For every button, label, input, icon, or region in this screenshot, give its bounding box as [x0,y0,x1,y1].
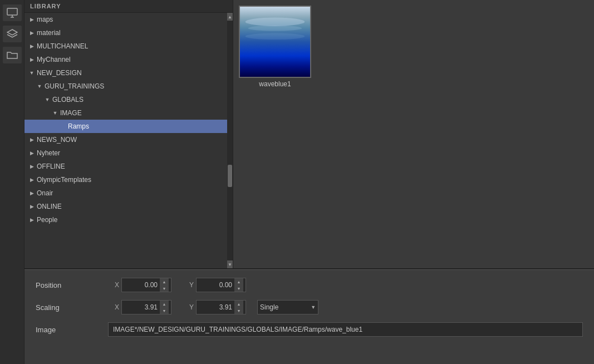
tree-item-14[interactable]: Onair [24,186,227,200]
tree-item-4[interactable]: MyChannel [24,53,227,66]
position-y-up-btn[interactable]: ▲ [234,278,243,285]
tree-item-13[interactable]: OlympicTemplates [24,173,227,186]
properties-panel: Position X ▲ ▼ Y ▲ ▼ Scaling X [24,269,594,364]
image-row: Image IMAGE*/NEW_DESIGN/GURU_TRAININGS/G… [36,321,583,338]
preview-panel: waveblue1 [233,0,594,268]
tree-scrollbar: ▲ ▼ [227,13,233,268]
tree-item-1[interactable]: maps [24,13,227,26]
tree-scroll[interactable]: mapsmaterialMULTICHANNELMyChannelNEW_DES… [24,13,227,268]
svg-point-6 [248,26,302,31]
position-y-spinners: ▲ ▼ [234,278,243,292]
waveblue-gradient [240,7,310,77]
tree-item-6[interactable]: GURU_TRAININGS [24,80,227,93]
scaling-x-input[interactable] [122,303,160,311]
layers-icon-btn[interactable] [3,26,22,42]
tree-item-label-10: NEWS_NOW [37,136,224,144]
position-x-up-btn[interactable]: ▲ [160,278,169,285]
tree-item-7[interactable]: GLOBALS [24,93,227,106]
tree-item-12[interactable]: OFFLINE [24,160,227,173]
position-y-down-btn[interactable]: ▼ [234,285,243,292]
tree-item-label-2: material [37,29,224,37]
position-y-axis: Y [183,281,194,289]
tree-item-label-7: GLOBALS [52,96,224,104]
tree-item-11[interactable]: Nyheter [24,146,227,160]
tree-item-label-15: ONLINE [37,203,224,210]
scrollbar-down-btn[interactable]: ▼ [227,260,233,268]
tree-item-label-14: Onair [37,189,224,197]
scaling-y-up-btn[interactable]: ▲ [234,301,243,307]
tree-item-label-6: GURU_TRAININGS [45,82,224,90]
scaling-mode-dropdown[interactable]: SingleUniformNon-Uniform [258,303,308,311]
position-x-spinners: ▲ ▼ [160,278,169,292]
svg-marker-3 [7,29,17,35]
svg-point-7 [246,33,305,40]
scaling-x-axis: X [108,303,119,311]
tree-item-3[interactable]: MULTICHANNEL [24,40,227,53]
scaling-mode-dropdown-wrap: SingleUniformNon-Uniform ▼ [257,300,318,314]
position-y-input-wrap: ▲ ▼ [196,278,246,292]
tree-item-label-11: Nyheter [37,149,224,157]
position-x-input-wrap: ▲ ▼ [121,278,171,292]
scaling-y-axis: Y [183,303,194,311]
tree-item-8[interactable]: IMAGE [24,106,227,120]
tree-panel: LIBRARY mapsmaterialMULTICHANNELMyChanne… [24,0,233,268]
scrollbar-track [227,21,233,260]
svg-rect-4 [240,7,310,77]
image-label: Image [36,326,108,334]
tree-item-9[interactable]: Ramps [24,120,227,133]
tree-item-label-13: OlympicTemplates [37,176,224,184]
tree-item-15[interactable]: ONLINE [24,200,227,213]
tree-item-label-9: Ramps [68,122,224,130]
tree-item-label-5: NEW_DESIGN [37,69,224,77]
sidebar-icons [0,0,24,364]
image-path-wrap[interactable]: IMAGE*/NEW_DESIGN/GURU_TRAININGS/GLOBALS… [108,322,583,337]
tree-item-label-8: IMAGE [60,109,224,117]
tree-item-label-3: MULTICHANNEL [37,42,224,50]
scaling-x-input-wrap: ▲ ▼ [121,300,171,314]
tree-header: LIBRARY [24,0,233,13]
svg-point-5 [246,17,305,26]
position-x-axis: X [108,281,119,289]
scaling-y-input[interactable] [197,303,234,311]
tree-item-10[interactable]: NEWS_NOW [24,133,227,146]
asset-label-waveblue1: waveblue1 [259,80,291,88]
position-x-down-btn[interactable]: ▼ [160,285,169,292]
scrollbar-up-btn[interactable]: ▲ [227,13,233,21]
folder-icon-btn[interactable] [3,47,22,63]
scaling-y-spinners: ▲ ▼ [234,301,243,314]
svg-rect-0 [7,8,17,15]
main-content: LIBRARY mapsmaterialMULTICHANNELMyChanne… [24,0,594,364]
tree-item-label-16: People [37,216,224,224]
scaling-y-down-btn[interactable]: ▼ [234,307,243,314]
tree-item-5[interactable]: NEW_DESIGN [24,66,227,80]
scrollbar-thumb[interactable] [228,165,232,187]
tree-item-label-4: MyChannel [37,56,224,63]
position-label: Position [36,281,108,289]
position-y-input[interactable] [197,281,234,289]
scaling-x-down-btn[interactable]: ▼ [160,307,169,314]
asset-item-waveblue1[interactable]: waveblue1 [239,6,311,88]
top-section: LIBRARY mapsmaterialMULTICHANNELMyChanne… [24,0,594,269]
tree-item-label-12: OFFLINE [37,163,224,170]
monitor-icon-btn[interactable] [3,4,22,21]
dropdown-arrow-icon: ▼ [308,304,318,310]
scaling-label: Scaling [36,303,108,312]
scaling-y-input-wrap: ▲ ▼ [196,300,246,314]
tree-item-16[interactable]: People [24,213,227,227]
asset-thumbnail-waveblue1 [239,6,311,78]
tree-item-2[interactable]: material [24,26,227,40]
scaling-x-up-btn[interactable]: ▲ [160,301,169,307]
image-path-text: IMAGE*/NEW_DESIGN/GURU_TRAININGS/GLOBALS… [113,326,362,333]
scaling-x-spinners: ▲ ▼ [160,301,169,314]
tree-item-label-1: maps [37,16,224,23]
scaling-row: Scaling X ▲ ▼ Y ▲ ▼ SingleUniformNo [36,299,583,316]
position-row: Position X ▲ ▼ Y ▲ ▼ [36,277,583,293]
position-x-input[interactable] [122,281,160,289]
